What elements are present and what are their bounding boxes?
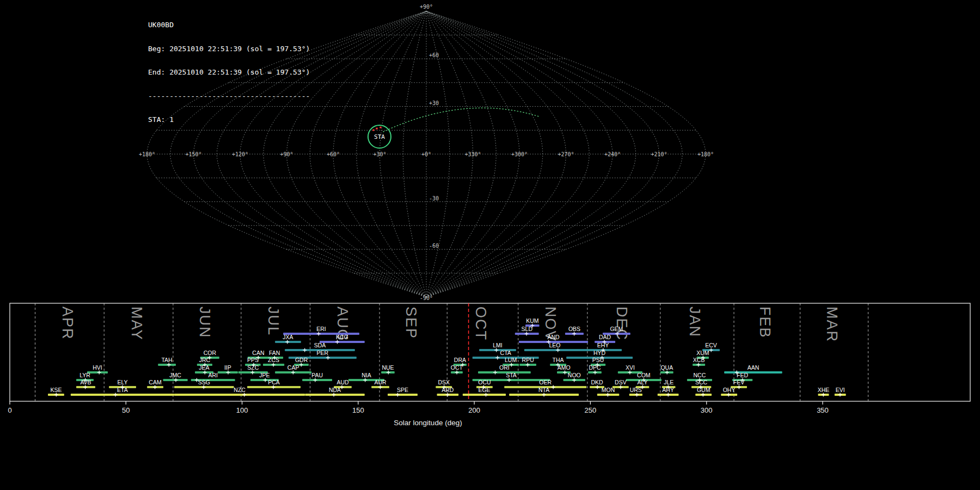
- radiant-measurement-dot: [373, 130, 375, 131]
- longitude-label: +60°: [327, 151, 340, 157]
- longitude-label: +270°: [558, 151, 574, 157]
- longitude-label: +120°: [232, 151, 248, 157]
- shower-code-label: CAM: [149, 379, 161, 385]
- shower-code-label: HYD: [593, 350, 606, 356]
- station-id: UK00BD: [148, 21, 310, 29]
- meteor-plot-canvas: +90°-90°+180°+150°+120°+90°+60°+30°+0°+3…: [0, 0, 980, 490]
- shower-code-label: OHY: [723, 387, 736, 393]
- shower-code-label: AND: [548, 334, 560, 340]
- radiant-group: STA: [368, 108, 539, 148]
- shower-code-label: DPC: [589, 364, 601, 371]
- latitude-label: -30: [429, 195, 439, 201]
- month-label: DEC: [614, 307, 630, 341]
- shower-code-label: ARI: [208, 372, 218, 378]
- shower-bar: [524, 349, 585, 351]
- shower-code-label: EHY: [597, 342, 609, 348]
- shower-code-label: RPU: [522, 357, 534, 363]
- shower-code-label: NIA: [362, 372, 371, 378]
- shower-code-label: STA: [506, 372, 517, 378]
- shower-code-label: JEA: [199, 364, 209, 371]
- shower-code-label: COR: [204, 350, 217, 356]
- month-label: MAR: [824, 307, 840, 342]
- shower-code-label: CAP: [287, 364, 299, 371]
- longitude-label: +240°: [604, 151, 621, 157]
- x-tick-label: 150: [352, 406, 364, 414]
- shower-code-label: COM: [637, 372, 651, 378]
- shower-code-label: AUR: [375, 379, 387, 385]
- shower-code-label: ETA: [117, 387, 128, 393]
- shower-code-label: PER: [317, 350, 329, 356]
- shower-code-label: NZC: [234, 387, 246, 393]
- shower-code-label: SSG: [198, 379, 210, 385]
- shower-code-label: KSE: [50, 387, 62, 393]
- shower-code-label: SCC: [695, 379, 708, 385]
- shower-code-label: CAN: [252, 350, 264, 356]
- month-label: JUL: [265, 307, 281, 336]
- shower-code-label: CTA: [500, 350, 511, 356]
- x-tick-label: 50: [122, 406, 130, 414]
- radiant-measurement-dot: [380, 127, 382, 128]
- shower-code-label: ELY: [118, 379, 128, 385]
- longitude-label: +0°: [421, 151, 431, 157]
- shower-code-label: JXA: [283, 334, 293, 340]
- shower-code-label: ARD: [442, 387, 454, 393]
- x-tick-label: 300: [701, 406, 713, 414]
- sta-count: STA: 1: [148, 116, 310, 124]
- shower-code-label: OCT: [451, 364, 463, 371]
- shower-code-label: NTA: [538, 387, 549, 393]
- radiant-drift-trail: [383, 108, 539, 132]
- end-time: End: 20251010 22:51:39 (sol = 197.53°): [148, 69, 310, 77]
- shower-code-label: SZC: [247, 364, 259, 371]
- shower-code-label: AVB: [80, 379, 91, 385]
- latitude-label: +30: [429, 100, 439, 106]
- shower-code-label: IIP: [224, 364, 231, 371]
- shower-bar: [158, 364, 176, 366]
- shower-bar: [174, 394, 305, 396]
- longitude-label: +210°: [651, 151, 667, 157]
- shower-code-label: AUD: [336, 379, 349, 385]
- pole-label-north: +90°: [420, 4, 433, 10]
- separator-line: --------------------------------------: [148, 93, 310, 101]
- pole-label-south: -90°: [420, 295, 433, 301]
- shower-code-label: AHY: [662, 387, 674, 393]
- shower-code-label: XHE: [818, 387, 830, 393]
- x-tick-label: 250: [585, 406, 597, 414]
- shower-code-label: XUM: [696, 350, 709, 356]
- shower-bar: [724, 371, 782, 373]
- shower-code-label: THA: [553, 357, 564, 363]
- shower-code-label: ORI: [499, 364, 510, 371]
- shower-code-label: SPE: [397, 387, 408, 393]
- skymap-meridian: [357, 11, 426, 297]
- shower-code-label: LUM: [505, 357, 517, 363]
- shower-code-label: PCA: [268, 379, 280, 385]
- shower-code-label: AMO: [558, 364, 571, 371]
- x-tick-label: 100: [236, 406, 248, 414]
- shower-code-label: DRA: [454, 357, 466, 363]
- shower-bar: [320, 341, 365, 343]
- shower-code-label: TAH: [161, 357, 172, 363]
- shower-code-label: QUA: [660, 364, 673, 371]
- shower-code-label: PPS: [247, 357, 259, 363]
- shower-code-label: FEV: [733, 379, 744, 385]
- shower-code-label: JPE: [259, 372, 270, 378]
- shower-code-label: NCC: [694, 372, 706, 378]
- shower-code-label: NDA: [329, 387, 341, 393]
- longitude-label: +300°: [511, 151, 528, 157]
- shower-code-label: EVI: [836, 387, 845, 393]
- timeline-axis: 050100150200250300350Solar longitude (de…: [8, 401, 828, 427]
- shower-code-label: OCU: [478, 379, 491, 385]
- shower-code-label: PSU: [592, 357, 604, 363]
- shower-code-label: GEM: [610, 326, 623, 332]
- shower-code-label: FAN: [269, 350, 280, 356]
- shower-code-label: GUM: [697, 387, 710, 393]
- shower-code-label: NUE: [382, 364, 394, 371]
- shower-code-label: FED: [737, 372, 748, 378]
- shower-code-label: DSX: [438, 379, 450, 385]
- shower-code-label: EGE: [478, 387, 490, 393]
- shower-code-label: NOO: [568, 372, 581, 378]
- shower-code-label: AAN: [748, 364, 759, 371]
- shower-code-label: SDA: [314, 342, 326, 348]
- longitude-label: +330°: [464, 151, 481, 157]
- longitude-label: +90°: [280, 151, 293, 157]
- shower-code-label: XVI: [626, 364, 635, 371]
